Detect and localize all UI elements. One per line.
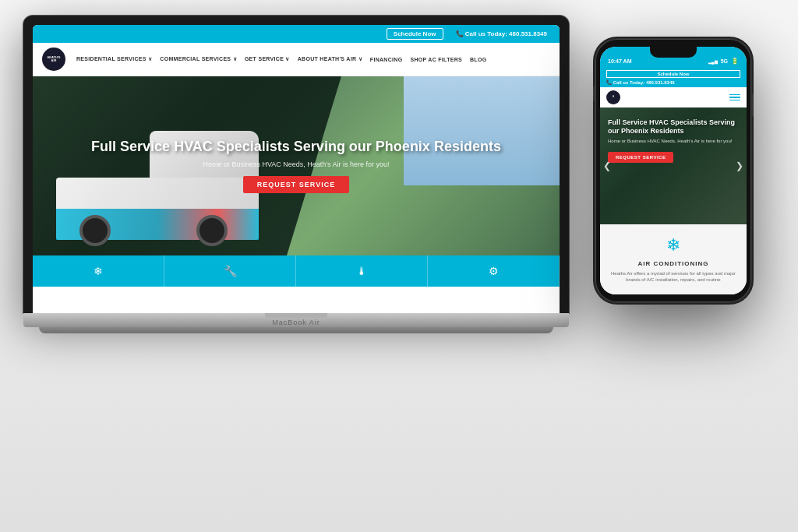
- nav-commercial[interactable]: COMMERCIAL SERVICES ∨: [160, 56, 237, 62]
- iphone-hero-title: Full Service HVAC Specialists Serving ou…: [608, 118, 739, 136]
- macbook-label: MacBook Air: [272, 319, 320, 326]
- iphone-side-button-right: [751, 93, 754, 117]
- iphone-next-arrow[interactable]: ❯: [736, 160, 743, 171]
- iphone-hero: ❮ Full Service HVAC Specialists Serving …: [600, 107, 747, 224]
- macbook-base: MacBook Air: [23, 313, 569, 327]
- site-nav: HEATH'SAIR RESIDENTIAL SERVICES ∨ COMMER…: [33, 43, 560, 76]
- site-logo: HEATH'SAIR: [42, 48, 65, 71]
- iphone-service-section: ❄ AIR CONDITIONING Heaths Air offers a m…: [600, 224, 747, 294]
- iphone-schedule-button[interactable]: Schedule Now: [606, 70, 740, 78]
- services-bar: ❄ 🔧 🌡 ⚙: [33, 255, 560, 287]
- iphone-logo: H: [606, 90, 620, 104]
- phone-icon: 📞: [456, 30, 464, 37]
- iphone-device: 10:47 AM ▂▄▆ 5G 🔋 Schedule Now 📞 Call us…: [595, 39, 751, 302]
- service-bar-item-4[interactable]: ⚙: [428, 255, 560, 287]
- iphone-side-button-left: [593, 86, 595, 101]
- schedule-button[interactable]: Schedule Now: [387, 28, 443, 40]
- snowflake-icon: ❄: [94, 265, 103, 277]
- site-topbar: Schedule Now 📞 Call us Today: 480.531.83…: [33, 25, 560, 43]
- iphone-nav: H: [600, 87, 747, 107]
- iphone-battery: 🔋: [731, 58, 739, 65]
- iphone-service-text: Heaths Air offers a myriad of services f…: [608, 270, 739, 284]
- iphone-logo-text: H: [613, 96, 614, 98]
- service-bar-item-1[interactable]: ❄: [33, 255, 164, 287]
- iphone-hero-subtitle: Home or Business HVAC Needs, Heath's Air…: [608, 139, 739, 143]
- logo-text: HEATH'SAIR: [47, 56, 60, 63]
- wrench-icon: 🔧: [224, 265, 237, 277]
- hamburger-line-3: [729, 100, 740, 101]
- hero-cta-button[interactable]: REQUEST SERVICE: [243, 176, 349, 193]
- truck-wheel-right: [196, 215, 228, 246]
- iphone-status-right: ▂▄▆ 5G 🔋: [708, 58, 739, 65]
- iphone-service-title: AIR CONDITIONING: [608, 260, 739, 267]
- service-bar-item-3[interactable]: 🌡: [296, 255, 428, 287]
- site-hero: Full Service HVAC Specialists Serving ou…: [33, 76, 560, 255]
- thermometer-icon: 🌡: [356, 265, 367, 277]
- hamburger-menu-button[interactable]: [729, 94, 740, 101]
- iphone-prev-arrow[interactable]: ❮: [603, 160, 611, 171]
- iphone-hero-cta-button[interactable]: REQUEST SERVICE: [608, 152, 673, 163]
- iphone-hero-content: Full Service HVAC Specialists Serving ou…: [600, 107, 747, 169]
- iphone-signal-bars: ▂▄▆: [708, 59, 718, 64]
- nav-financing[interactable]: FINANCING: [370, 57, 403, 62]
- nav-residential[interactable]: RESIDENTIAL SERVICES ∨: [76, 56, 152, 62]
- gear-icon: ⚙: [489, 265, 499, 277]
- nav-blog[interactable]: BLOG: [470, 57, 486, 62]
- macbook-screen-wrap: Schedule Now 📞 Call us Today: 480.531.83…: [23, 16, 569, 313]
- hamburger-line-2: [729, 97, 740, 98]
- macbook-device: Schedule Now 📞 Call us Today: 480.531.83…: [23, 16, 569, 333]
- iphone-schedule-wrap: Schedule Now: [606, 70, 740, 78]
- macbook-screen: Schedule Now 📞 Call us Today: 480.531.83…: [33, 25, 560, 313]
- scene: Schedule Now 📞 Call us Today: 480.531.83…: [0, 0, 798, 532]
- iphone-phone-label: 📞 Call us Today: 480.531.8349: [606, 79, 740, 85]
- service-bar-item-2[interactable]: 🔧: [164, 255, 296, 287]
- phone-number: Call us Today: 480.531.8349: [465, 30, 547, 37]
- hero-content: Full Service HVAC Specialists Serving ou…: [60, 139, 532, 193]
- iphone-ac-icon: ❄: [608, 235, 739, 255]
- nav-shop[interactable]: SHOP AC FILTERS: [410, 57, 462, 62]
- nav-about[interactable]: ABOUT HEATH'S AIR ∨: [298, 56, 362, 62]
- nav-get-service[interactable]: GET SERVICE ∨: [245, 56, 290, 62]
- nav-links: RESIDENTIAL SERVICES ∨ COMMERCIAL SERVIC…: [76, 56, 486, 62]
- hamburger-line-1: [729, 94, 740, 96]
- hero-subtitle: Home or Business HVAC Needs, Heath's Air…: [91, 160, 501, 168]
- iphone-topbar: Schedule Now 📞 Call us Today: 480.531.83…: [600, 68, 747, 87]
- hero-title: Full Service HVAC Specialists Serving ou…: [91, 139, 501, 156]
- macbook-foot: [39, 327, 553, 333]
- iphone-notch: [650, 47, 697, 58]
- phone-label: 📞 Call us Today: 480.531.8349: [456, 30, 547, 37]
- iphone-time: 10:47 AM: [608, 58, 631, 64]
- iphone-screen: 10:47 AM ▂▄▆ 5G 🔋 Schedule Now 📞 Call us…: [600, 47, 747, 294]
- truck-wheel-left: [79, 215, 111, 246]
- iphone-shell: 10:47 AM ▂▄▆ 5G 🔋 Schedule Now 📞 Call us…: [595, 39, 751, 302]
- iphone-phone-number: Call us Today: 480.531.8349: [613, 80, 675, 85]
- iphone-signal-type: 5G: [721, 58, 728, 64]
